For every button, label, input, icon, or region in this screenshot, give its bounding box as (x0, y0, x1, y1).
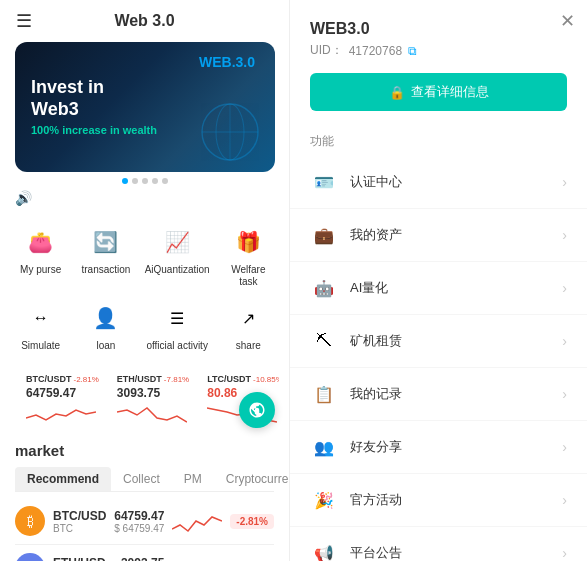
assets-text: 我的资产 (350, 226, 562, 244)
menu-item-mining[interactable]: ⛏ 矿机租赁 › (290, 315, 587, 368)
action-my-purse[interactable]: 👛 My purse (10, 220, 71, 292)
dot-2[interactable] (132, 178, 138, 184)
assets-icon: 💼 (310, 221, 338, 249)
dot-1[interactable] (122, 178, 128, 184)
simulate-label: Simulate (21, 340, 60, 352)
friends-icon: 👥 (310, 433, 338, 461)
ai-menu-icon: 🤖 (310, 274, 338, 302)
menu-item-auth[interactable]: 🪪 认证中心 › (290, 156, 587, 209)
coin-row-eth[interactable]: Ξ ETH/USD ETH 3093.75 $ 3093.75 -7.61% (15, 545, 274, 561)
action-share[interactable]: ↗ share (218, 296, 279, 356)
btc-coin-icon: ₿ (15, 506, 45, 536)
menu-item-activity[interactable]: 🎉 官方活动 › (290, 474, 587, 527)
tab-cryptocurrency[interactable]: Cryptocurrency (214, 467, 290, 491)
announcement-arrow-icon: › (562, 545, 567, 561)
dot-3[interactable] (142, 178, 148, 184)
activity-arrow-icon: › (562, 492, 567, 508)
quick-actions: 👛 My purse 🔄 transaction 📈 AiQuantizatio… (0, 212, 289, 364)
action-welfare[interactable]: 🎁 Welfare task (218, 220, 279, 292)
records-icon: 📋 (310, 380, 338, 408)
detail-button[interactable]: 🔒 查看详细信息 (310, 73, 567, 111)
func-label: 功能 (290, 123, 587, 156)
ai-arrow-icon: › (562, 280, 567, 296)
banner-web3-label: WEB.3.0 (199, 54, 255, 70)
action-transaction[interactable]: 🔄 transaction (75, 220, 136, 292)
welfare-icon: 🎁 (230, 224, 266, 260)
eth-price-section: 3093.75 $ 3093.75 (120, 556, 165, 562)
btc-price: 64759.47 (26, 386, 99, 400)
ltc-pair: LTC/USDT (207, 374, 251, 384)
eth-price: 3093.75 (117, 386, 189, 400)
announcement-icon: 📢 (310, 539, 338, 561)
close-button[interactable]: ✕ (560, 12, 575, 30)
menu-item-friends[interactable]: 👥 好友分享 › (290, 421, 587, 474)
header: ☰ Web 3.0 (0, 0, 289, 42)
tab-collect[interactable]: Collect (111, 467, 172, 491)
tickers-container: BTC/USDT -2.81% 64759.47 ETH/USDT -7.81%… (0, 364, 289, 434)
eth-change: -7.81% (164, 375, 189, 384)
btc-pair: BTC/USDT (26, 374, 72, 384)
banner: Invest in Web3 100% increase in wealth W… (15, 42, 275, 172)
speaker-row: 🔊 (0, 184, 289, 212)
share-icon: ↗ (230, 300, 266, 336)
market-title: market (15, 442, 274, 459)
mining-text: 矿机租赁 (350, 332, 562, 350)
btc-coin-name: BTC (53, 523, 114, 534)
menu-item-assets[interactable]: 💼 我的资产 › (290, 209, 587, 262)
dot-5[interactable] (162, 178, 168, 184)
records-arrow-icon: › (562, 386, 567, 402)
menu-item-records[interactable]: 📋 我的记录 › (290, 368, 587, 421)
dot-4[interactable] (152, 178, 158, 184)
action-simulate[interactable]: ↔️ Simulate (10, 296, 71, 356)
market-section: market Recommend Collect PM Cryptocurren… (0, 434, 289, 561)
profile-name: WEB3.0 (310, 20, 567, 38)
eth-coin-pair: ETH/USD (53, 556, 120, 562)
btc-sparkline (26, 400, 96, 424)
banner-content: Invest in Web3 100% increase in wealth (31, 77, 157, 136)
btc-coin-sparkline (172, 507, 222, 535)
coin-row-btc[interactable]: ₿ BTC/USD BTC 64759.47 $ 64759.47 -2.81% (15, 498, 274, 545)
ai-icon: 📈 (159, 224, 195, 260)
uid-label: UID： (310, 42, 343, 59)
right-panel: ✕ WEB3.0 UID： 41720768 ⧉ 🔒 查看详细信息 功能 🪪 认… (290, 0, 587, 561)
mining-arrow-icon: › (562, 333, 567, 349)
loan-label: loan (97, 340, 116, 352)
menu-item-ai[interactable]: 🤖 AI量化 › (290, 262, 587, 315)
btc-coin-price: 64759.47 (114, 509, 164, 523)
ticker-btc[interactable]: BTC/USDT -2.81% 64759.47 (20, 370, 105, 428)
menu-item-announcement[interactable]: 📢 平台公告 › (290, 527, 587, 561)
eth-sparkline (117, 400, 187, 424)
btc-sub-price: $ 64759.47 (114, 523, 164, 534)
welfare-label: Welfare task (222, 264, 275, 288)
action-ai-quantization[interactable]: 📈 AiQuantization (141, 220, 214, 292)
transaction-label: transaction (82, 264, 131, 276)
tab-pm[interactable]: PM (172, 467, 214, 491)
market-tabs: Recommend Collect PM Cryptocurrency (15, 467, 274, 492)
purse-label: My purse (20, 264, 61, 276)
action-official[interactable]: ☰ official activity (141, 296, 214, 356)
action-loan[interactable]: 👤 loan (75, 296, 136, 356)
friends-arrow-icon: › (562, 439, 567, 455)
eth-coin-icon: Ξ (15, 553, 45, 561)
hamburger-icon[interactable]: ☰ (16, 10, 32, 32)
purse-icon: 👛 (23, 224, 59, 260)
ticker-eth[interactable]: ETH/USDT -7.81% 3093.75 (111, 370, 195, 428)
friends-text: 好友分享 (350, 438, 562, 456)
activity-text: 官方活动 (350, 491, 562, 509)
official-icon: ☰ (159, 300, 195, 336)
mining-icon: ⛏ (310, 327, 338, 355)
btc-price-section: 64759.47 $ 64759.47 (114, 509, 164, 534)
tab-recommend[interactable]: Recommend (15, 467, 111, 491)
transaction-icon: 🔄 (88, 224, 124, 260)
eth-coin-price: 3093.75 (120, 556, 165, 562)
btc-change: -2.81% (74, 375, 99, 384)
fab-button[interactable] (239, 392, 275, 428)
copy-icon[interactable]: ⧉ (408, 44, 417, 58)
auth-text: 认证中心 (350, 173, 562, 191)
ai-text: AI量化 (350, 279, 562, 297)
uid-value: 41720768 (349, 44, 402, 58)
banner-globe-icon (195, 97, 265, 167)
left-panel: ☰ Web 3.0 Invest in Web3 100% increase i… (0, 0, 290, 561)
profile-uid: UID： 41720768 ⧉ (310, 42, 567, 59)
profile-section: WEB3.0 UID： 41720768 ⧉ 🔒 查看详细信息 (290, 0, 587, 123)
